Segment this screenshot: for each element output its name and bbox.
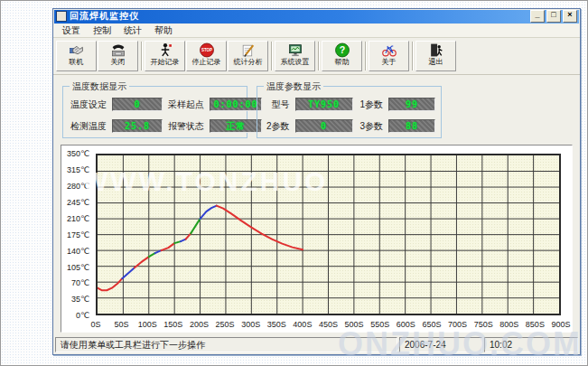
- temperature-data-fields: 温度设定 0 采样起点 0:00:00 检测温度 25.8 报警状态 正常: [70, 98, 241, 133]
- temperature-data-groupbox: 温度数据显示 温度设定 0 采样起点 0:00:00 检测温度 25.8 报警状…: [62, 86, 247, 138]
- temp-setpoint-label: 温度设定: [70, 99, 107, 111]
- phone-icon: [110, 42, 126, 58]
- y-tick-label: 35℃: [71, 295, 89, 304]
- close-button[interactable]: ×: [563, 10, 577, 23]
- temperature-param-groupbox: 温度参数显示 型号 TY950 1参数 99 2参数 0 3参数 88: [257, 86, 442, 138]
- x-tick-label: 750S: [474, 320, 493, 329]
- window-title: 回流焊机监控仪: [70, 10, 528, 23]
- toolbar-separator: [141, 42, 143, 70]
- chart-x-axis: 0S50S100S150S200S250S300S350S400S450S500…: [96, 318, 561, 330]
- status-bar: 请使用菜单或工具栏进行下一步操作 2006-7-24 10:02: [53, 336, 580, 354]
- x-tick-label: 800S: [499, 320, 518, 329]
- x-tick-label: 100S: [138, 320, 157, 329]
- chart-y-axis: 350℃315℃280℃245℃210℃175℃140℃105℃70℃35℃0℃: [61, 154, 94, 315]
- groupbox-title: 温度数据显示: [70, 80, 129, 93]
- param3-display: 88: [388, 119, 435, 133]
- y-tick-label: 0℃: [76, 311, 89, 320]
- temp-setpoint-display: 0: [112, 98, 163, 111]
- y-tick-label: 350℃: [67, 149, 89, 158]
- stop-record-button[interactable]: STOP 停止记录: [186, 41, 227, 71]
- about-button[interactable]: 关于: [369, 41, 409, 71]
- x-tick-label: 50S: [115, 320, 129, 329]
- y-tick-label: 245℃: [67, 198, 89, 207]
- y-tick-label: 105℃: [67, 263, 89, 272]
- x-tick-label: 300S: [241, 320, 260, 329]
- toolbar: 联机 关闭 开始记录: [53, 38, 580, 75]
- pencil-report-icon: [240, 42, 257, 58]
- sample-start-display: 0:00:00: [210, 98, 262, 111]
- x-tick-label: 850S: [526, 320, 545, 329]
- model-display: TY950: [295, 98, 353, 111]
- exit-door-icon: [428, 42, 444, 58]
- svg-text:?: ?: [339, 45, 344, 56]
- display-groups-row: 温度数据显示 温度设定 0 采样起点 0:00:00 检测温度 25.8 报警状…: [53, 75, 580, 138]
- stop-icon: STOP: [199, 42, 215, 58]
- x-tick-label: 150S: [163, 320, 182, 329]
- param1-label: 1参数: [359, 99, 384, 111]
- sample-start-label: 采样起点: [168, 99, 204, 111]
- x-tick-label: 900S: [551, 320, 570, 329]
- person-start-icon: [157, 42, 173, 58]
- groupbox-title: 温度参数显示: [264, 80, 323, 93]
- status-date: 2006-7-24: [399, 337, 482, 352]
- y-tick-label: 140℃: [67, 247, 89, 256]
- connect-button[interactable]: 联机: [56, 41, 97, 71]
- monitor-icon: [287, 42, 303, 58]
- x-tick-label: 0S: [90, 320, 100, 329]
- alarm-status-label: 报警状态: [168, 120, 204, 133]
- exit-button[interactable]: 退出: [415, 41, 456, 71]
- x-tick-label: 500S: [345, 320, 364, 329]
- x-tick-label: 600S: [397, 320, 415, 329]
- toolbar-button-label: 关于: [382, 58, 397, 67]
- toolbar-button-label: 帮助: [335, 58, 350, 67]
- y-tick-label: 315℃: [67, 165, 89, 174]
- x-tick-label: 350S: [267, 320, 286, 329]
- start-record-button[interactable]: 开始记录: [145, 41, 185, 71]
- titlebar[interactable]: 回流焊机监控仪 _ □ ×: [54, 10, 579, 23]
- x-tick-label: 200S: [190, 320, 209, 329]
- temperature-param-fields: 型号 TY950 1参数 99 2参数 0 3参数 88: [265, 98, 435, 133]
- y-tick-label: 210℃: [67, 214, 89, 223]
- toolbar-button-label: 开始记录: [151, 58, 180, 67]
- y-tick-label: 70℃: [71, 278, 89, 287]
- param1-display: 99: [388, 98, 435, 111]
- menu-bar: 设置 控制 统计 帮助: [53, 24, 580, 38]
- model-label: 型号: [265, 99, 290, 111]
- menu-settings[interactable]: 设置: [56, 24, 87, 37]
- toolbar-button-label: 关闭: [111, 58, 126, 67]
- minimize-button[interactable]: _: [530, 10, 545, 23]
- close-connection-button[interactable]: 关闭: [98, 41, 138, 71]
- question-icon: ?: [334, 42, 350, 58]
- help-button[interactable]: ? 帮助: [322, 41, 362, 71]
- y-tick-label: 280℃: [67, 182, 89, 191]
- restore-button[interactable]: □: [546, 10, 561, 23]
- menu-statistics[interactable]: 统计: [117, 24, 148, 37]
- x-tick-label: 400S: [293, 320, 312, 329]
- app-window: 回流焊机监控仪 _ □ × 设置 控制 统计 帮助 联机: [52, 8, 581, 355]
- toolbar-separator: [412, 42, 414, 70]
- toolbar-button-label: 系统设置: [281, 58, 310, 67]
- toolbar-button-label: 停止记录: [192, 58, 221, 67]
- x-tick-label: 550S: [370, 320, 389, 329]
- status-time: 10:02: [484, 337, 578, 352]
- x-tick-label: 450S: [319, 320, 338, 329]
- menu-help[interactable]: 帮助: [148, 24, 179, 37]
- measured-temp-label: 检测温度: [70, 120, 107, 133]
- param3-label: 3参数: [359, 120, 384, 133]
- measured-temp-display: 25.8: [112, 119, 163, 133]
- screenshot-canvas: 回流焊机监控仪 _ □ × 设置 控制 统计 帮助 联机: [0, 0, 588, 366]
- handshake-icon: [69, 42, 85, 58]
- toolbar-button-label: 退出: [429, 58, 443, 67]
- y-tick-label: 175℃: [67, 230, 89, 239]
- system-settings-button[interactable]: 系统设置: [275, 41, 315, 71]
- chart-svg: [98, 155, 559, 314]
- statistics-analysis-button[interactable]: 统计分析: [228, 41, 268, 71]
- app-icon: [56, 11, 67, 22]
- toolbar-separator: [271, 42, 273, 70]
- status-message: 请使用菜单或工具栏进行下一步操作: [55, 337, 397, 352]
- x-tick-label: 650S: [422, 320, 441, 329]
- menu-control[interactable]: 控制: [87, 24, 117, 37]
- param2-display: 0: [295, 119, 353, 133]
- chart-plot-area: [96, 154, 561, 315]
- temperature-profile-chart: 350℃315℃280℃245℃210℃175℃140℃105℃70℃35℃0℃…: [61, 145, 573, 333]
